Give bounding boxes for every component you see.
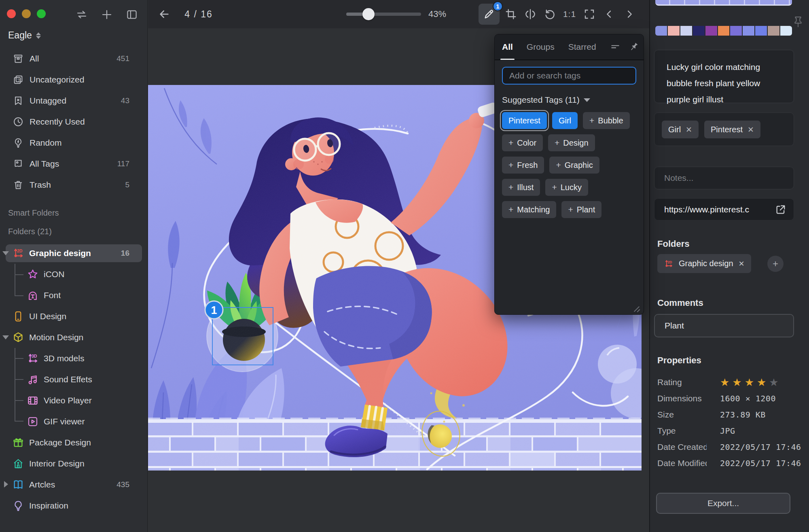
tag-chip-fresh[interactable]: Fresh (502, 157, 544, 174)
folder-motion-design[interactable]: Motion Design (0, 327, 148, 348)
palette-swatch[interactable] (743, 26, 754, 36)
palette-swatch[interactable] (680, 26, 692, 36)
sidebar-item-random[interactable]: Random (0, 132, 148, 153)
palette-swatch[interactable] (705, 26, 717, 36)
rating-stars[interactable] (720, 377, 779, 388)
tag-chip-graphic[interactable]: Graphic (549, 157, 599, 174)
tag-chip-lucky[interactable]: Lucky (545, 179, 588, 196)
tag-search-input[interactable] (502, 67, 636, 85)
previous-item-button[interactable] (600, 0, 618, 28)
rotate-button[interactable] (540, 0, 560, 28)
library-switcher[interactable]: Eagle (8, 30, 41, 41)
applied-tags-card: Girl ✕ Pinterest ✕ (654, 112, 794, 146)
disclosure-caret-closed[interactable] (4, 481, 8, 487)
palette-swatch[interactable] (780, 26, 792, 36)
zoom-window-button[interactable] (37, 9, 46, 18)
ratio-1-1-button[interactable]: 1:1 (559, 0, 580, 28)
disclosure-caret-open[interactable] (2, 251, 9, 255)
folder-articles[interactable]: Artcles 435 (0, 474, 148, 495)
star-icon[interactable] (745, 377, 754, 388)
bulb-flash-icon (12, 137, 24, 149)
tag-chip-plant[interactable]: Plant (561, 201, 601, 218)
folder-video-player[interactable]: Video Player (0, 390, 148, 411)
folder-sound-effects[interactable]: Sound Effets (0, 369, 148, 390)
folder-icon-folder[interactable]: iCON (0, 264, 148, 285)
fullscreen-button[interactable] (579, 0, 599, 28)
tag-chip-design[interactable]: Design (548, 134, 595, 151)
minimize-window-button[interactable] (22, 9, 31, 18)
palette-swatch[interactable] (768, 26, 779, 36)
sidebar-item-all-tags[interactable]: All Tags 117 (0, 153, 148, 174)
folder-font[interactable]: Font (0, 285, 148, 306)
palette-swatch[interactable] (718, 26, 730, 36)
pin-icon[interactable] (629, 42, 639, 52)
add-icon[interactable] (100, 8, 114, 21)
tab-groups[interactable]: Groups (527, 34, 555, 60)
tag-chip-matching[interactable]: Matching (502, 201, 556, 218)
palette-swatch[interactable] (668, 26, 680, 36)
add-folder-button[interactable]: + (767, 256, 784, 272)
selection-badge[interactable]: 1 (205, 301, 223, 319)
star-icon[interactable] (720, 377, 729, 388)
palette-swatch[interactable] (755, 26, 767, 36)
suggested-tags-header[interactable]: Suggested Tags (11) (502, 95, 636, 105)
palette-swatch[interactable] (655, 26, 667, 36)
sidebar-item-trash[interactable]: Trash 5 (0, 174, 148, 195)
crop-button[interactable] (501, 0, 521, 28)
tab-starred[interactable]: Starred (568, 34, 596, 60)
star-icon[interactable] (769, 377, 778, 388)
palette-swatch[interactable] (693, 26, 705, 36)
tag-chip-bubble[interactable]: Bubble (583, 112, 630, 129)
next-item-button[interactable] (621, 0, 638, 28)
remove-folder-icon[interactable]: ✕ (739, 259, 745, 268)
folder-3d-models[interactable]: 3D 3D models (0, 348, 148, 369)
export-button[interactable]: Export... (656, 493, 790, 514)
folder-interior-design[interactable]: Interior Design (0, 453, 148, 474)
axis-2d-icon: 2D (12, 247, 24, 259)
star-icon[interactable] (757, 377, 766, 388)
resize-handle[interactable] (633, 304, 641, 312)
flip-compare-button[interactable] (520, 0, 540, 28)
selection-box[interactable] (212, 307, 273, 365)
clock-icon (12, 116, 24, 128)
close-window-button[interactable] (7, 9, 16, 18)
tag-chip-girl[interactable]: Girl (552, 112, 578, 129)
tag-edit-button[interactable]: 1 (479, 4, 500, 25)
palette-swatch[interactable] (730, 26, 742, 36)
folder-chip-graphic-design[interactable]: 2D Graphic design ✕ (657, 254, 751, 273)
tag-chip-pinterest[interactable]: Pinterest (502, 112, 547, 129)
tab-all[interactable]: All (502, 34, 513, 60)
sort-icon[interactable] (610, 42, 621, 52)
sidebar-item-all[interactable]: All 451 (0, 48, 148, 69)
folder-inspiration[interactable]: Inspiration (0, 495, 148, 516)
external-link-icon[interactable] (775, 204, 786, 215)
zoom-slider[interactable] (346, 13, 421, 16)
notes-field[interactable]: Notes... (654, 167, 794, 189)
folder-package-design[interactable]: Package Design (0, 432, 148, 453)
star-icon[interactable] (732, 377, 741, 388)
remove-tag-icon[interactable]: ✕ (748, 125, 754, 134)
back-button[interactable] (155, 0, 173, 28)
tag-chip-illust[interactable]: Illust (502, 179, 540, 196)
tag-chip-color[interactable]: Color (502, 134, 543, 151)
folder-gif-viewer[interactable]: GIF viewer (0, 411, 148, 432)
toggle-sidebar-icon[interactable] (125, 8, 139, 21)
url-field[interactable]: https://www.pinterest.c (654, 198, 794, 220)
image-title[interactable]: Lucky girl color matching bubble fresh p… (654, 50, 794, 103)
star-icon (27, 268, 39, 280)
thumbtack-icon[interactable] (793, 15, 803, 28)
property-date-modified: Date Modified 2022/05/17 17:46 (657, 455, 803, 471)
tag-pill-pinterest[interactable]: Pinterest ✕ (704, 121, 760, 138)
folder-ui-design[interactable]: UI Design (0, 306, 148, 327)
disclosure-caret-open[interactable] (2, 335, 9, 339)
sidebar-item-uncategorized[interactable]: ? Uncategorized (0, 69, 148, 90)
folder-graphic-design[interactable]: 2D Graphic design 16 (0, 243, 148, 264)
color-palette (655, 26, 792, 36)
sort-swap-icon[interactable] (75, 8, 89, 21)
sidebar-item-recently-used[interactable]: Recently Used (0, 111, 148, 132)
sidebar-item-untagged[interactable]: Untagged 43 (0, 90, 148, 111)
remove-tag-icon[interactable]: ✕ (686, 125, 692, 134)
zoom-slider-thumb[interactable] (362, 8, 375, 20)
comment-item[interactable]: Plant (654, 314, 794, 337)
tag-pill-girl[interactable]: Girl ✕ (662, 121, 699, 138)
